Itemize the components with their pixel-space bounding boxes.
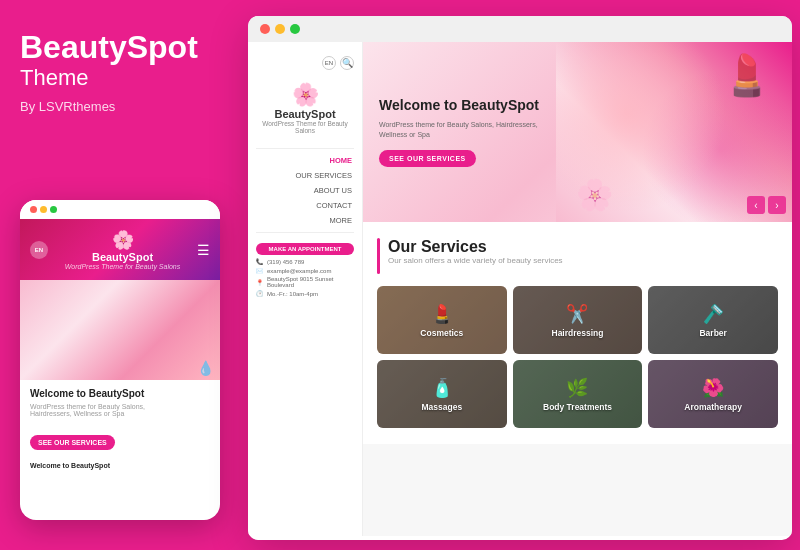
service-card-cosmetics[interactable]: 💄 Cosmetics — [377, 286, 507, 354]
browser-dot-yellow[interactable] — [275, 24, 285, 34]
footer-phone: 📞 (319) 456 789 — [256, 258, 354, 265]
browser-window: EN 🔍 🌸 BeautySpot WordPress Theme for Be… — [248, 16, 792, 540]
service-label: Aromatherapy — [684, 402, 742, 412]
nav-item-home[interactable]: HOME — [248, 153, 362, 168]
browser-content: EN 🔍 🌸 BeautySpot WordPress Theme for Be… — [248, 42, 792, 536]
site-main-content: Welcome to BeautySpot WordPress theme fo… — [363, 42, 792, 536]
nav-item-services[interactable]: OUR SERVICES — [248, 168, 362, 183]
hero-description: WordPress theme for Beauty Salons, Haird… — [379, 120, 540, 140]
footer-info: MAKE AN APPOINTMENT 📞 (319) 456 789 ✉️ e… — [248, 237, 362, 303]
services-header: Our Services Our salon offers a wide var… — [377, 238, 778, 274]
browser-dot-red[interactable] — [260, 24, 270, 34]
mobile-dot-yellow — [40, 206, 47, 213]
service-icon: 💄 — [420, 303, 463, 325]
nav-item-contact[interactable]: CONTACT — [248, 198, 362, 213]
services-title: Our Services — [388, 238, 563, 256]
mobile-menu-icon[interactable]: ☰ — [197, 242, 210, 258]
mobile-window-controls — [30, 206, 57, 213]
services-accent-border — [377, 238, 380, 274]
site-lang-button[interactable]: EN — [322, 56, 336, 70]
footer-appointment-btn[interactable]: MAKE AN APPOINTMENT — [256, 243, 354, 255]
mobile-cta-button[interactable]: SEE OUR SERVICES — [30, 435, 115, 450]
site-brand-tagline: WordPress Theme for Beauty Salons — [252, 120, 358, 134]
hours-text: Mo.-Fr.: 10am-4pm — [267, 291, 318, 297]
service-card-content: 🌿 Body Treatments — [543, 377, 612, 412]
mobile-topbar — [20, 200, 220, 219]
hero-title: Welcome to BeautySpot — [379, 97, 540, 114]
browser-dot-green[interactable] — [290, 24, 300, 34]
services-grid: 💄 Cosmetics ✂️ Hairdressing 🪒 Barber 🧴 M… — [377, 286, 778, 428]
email-address: example@example.com — [267, 268, 331, 274]
brand-title: BeautySpot — [20, 30, 230, 65]
services-subtitle: Our salon offers a wide variety of beaut… — [388, 256, 563, 265]
site-lang-search-area: EN 🔍 — [248, 52, 362, 74]
service-card-body-treatments[interactable]: 🌿 Body Treatments — [513, 360, 643, 428]
phone-number: (319) 456 789 — [267, 259, 304, 265]
mobile-hero-image: 💧 — [20, 280, 220, 380]
service-card-content: 🪒 Barber — [699, 303, 726, 338]
service-card-content: 🧴 Massages — [422, 377, 463, 412]
mobile-hero-content: Welcome to BeautySpot WordPress theme fo… — [20, 380, 220, 431]
hero-text-area: Welcome to BeautySpot WordPress theme fo… — [363, 42, 556, 222]
mobile-lotus-icon: 🌸 — [48, 229, 197, 251]
service-label: Hairdressing — [552, 328, 604, 338]
cosmetics-decoration-2: 🌸 — [576, 177, 613, 212]
hero-image-area: 💄 🌸 ‹ › — [556, 42, 792, 222]
phone-icon: 📞 — [256, 258, 263, 265]
service-card-content: 💄 Cosmetics — [420, 303, 463, 338]
service-card-barber[interactable]: 🪒 Barber — [648, 286, 778, 354]
mobile-dot-green — [50, 206, 57, 213]
service-icon: 🌺 — [684, 377, 742, 399]
service-card-content: ✂️ Hairdressing — [552, 303, 604, 338]
services-section: Our Services Our salon offers a wide var… — [363, 222, 792, 444]
service-icon: 🧴 — [422, 377, 463, 399]
hero-nav-arrows: ‹ › — [747, 196, 786, 214]
mobile-header: EN 🌸 BeautySpot WordPress Theme for Beau… — [20, 219, 220, 280]
left-panel: BeautySpot Theme By LSVRthemes EN 🌸 Beau… — [0, 0, 250, 550]
mobile-logo-area: 🌸 BeautySpot WordPress Theme for Beauty … — [48, 229, 197, 270]
nav-item-more[interactable]: MORE — [248, 213, 362, 228]
service-label: Barber — [699, 328, 726, 338]
nav-item-about[interactable]: ABOUT US — [248, 183, 362, 198]
hero-cta-button[interactable]: SEE OUR SERVICES — [379, 150, 476, 167]
hero-next-arrow[interactable]: › — [768, 196, 786, 214]
site-sidebar: EN 🔍 🌸 BeautySpot WordPress Theme for Be… — [248, 42, 363, 536]
site-brand-name: BeautySpot — [252, 108, 358, 120]
service-icon: ✂️ — [552, 303, 604, 325]
location-icon: 📍 — [256, 279, 263, 286]
hero-prev-arrow[interactable]: ‹ — [747, 196, 765, 214]
mobile-mockup: EN 🌸 BeautySpot WordPress Theme for Beau… — [20, 200, 220, 520]
mobile-welcome-text: Welcome to BeautySpot — [30, 388, 210, 399]
site-lotus-icon: 🌸 — [252, 82, 358, 108]
email-icon: ✉️ — [256, 267, 263, 274]
brand-author: By LSVRthemes — [20, 99, 230, 114]
footer-email: ✉️ example@example.com — [256, 267, 354, 274]
nav-divider-2 — [256, 232, 354, 233]
clock-icon: 🕐 — [256, 290, 263, 297]
mobile-dot-red — [30, 206, 37, 213]
footer-address: 📍 BeautySpot 9015 Sunset Boulevard — [256, 276, 354, 288]
hero-section: Welcome to BeautySpot WordPress theme fo… — [363, 42, 792, 222]
mobile-lang-button[interactable]: EN — [30, 241, 48, 259]
site-logo-area: 🌸 BeautySpot WordPress Theme for Beauty … — [248, 74, 362, 144]
service-card-massages[interactable]: 🧴 Massages — [377, 360, 507, 428]
mobile-footer-welcome: Welcome to BeautySpot — [20, 458, 220, 473]
site-search-button[interactable]: 🔍 — [340, 56, 354, 70]
service-icon: 🌿 — [543, 377, 612, 399]
mobile-desc-text: WordPress theme for Beauty Salons,Hairdr… — [30, 403, 210, 417]
service-label: Body Treatments — [543, 402, 612, 412]
footer-hours: 🕐 Mo.-Fr.: 10am-4pm — [256, 290, 354, 297]
browser-topbar — [248, 16, 792, 42]
services-title-area: Our Services Our salon offers a wide var… — [388, 238, 563, 265]
service-icon: 🪒 — [699, 303, 726, 325]
cosmetics-decoration: 💄 — [722, 52, 772, 99]
address-text: BeautySpot 9015 Sunset Boulevard — [267, 276, 354, 288]
service-label: Cosmetics — [420, 328, 463, 338]
service-card-hairdressing[interactable]: ✂️ Hairdressing — [513, 286, 643, 354]
mobile-brand-tagline: WordPress Theme for Beauty Salons — [48, 263, 197, 270]
brand-subtitle: Theme — [20, 65, 230, 91]
service-card-aromatherapy[interactable]: 🌺 Aromatherapy — [648, 360, 778, 428]
service-card-content: 🌺 Aromatherapy — [684, 377, 742, 412]
appointment-button[interactable]: MAKE AN APPOINTMENT — [256, 243, 354, 255]
service-label: Massages — [422, 402, 463, 412]
